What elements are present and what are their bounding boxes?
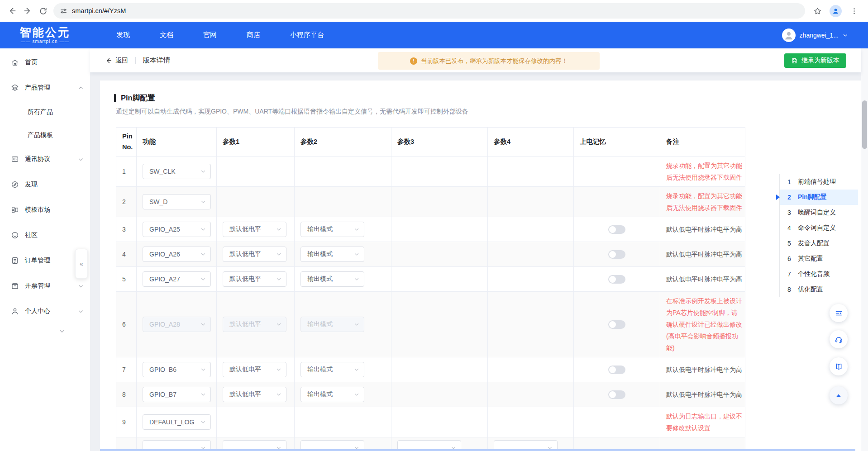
- dropdown-select[interactable]: DEFAULT_LOG: [143, 414, 211, 430]
- bookmark-star-button[interactable]: [810, 3, 825, 19]
- vertical-scrollbar-thumb[interactable]: [862, 100, 867, 149]
- book-icon: [835, 362, 843, 371]
- dropdown-select[interactable]: SW_CLK: [143, 164, 211, 179]
- power-memory-toggle[interactable]: [608, 250, 625, 259]
- dropdown-select[interactable]: 默认低电平: [223, 387, 286, 402]
- back-to-top-button[interactable]: [830, 386, 848, 404]
- dropdown-select[interactable]: GPIO_A26: [143, 247, 211, 262]
- pin-number: 8: [122, 391, 126, 398]
- dropdown-select[interactable]: GPIO_A28: [143, 317, 211, 332]
- remark-text: 在标准示例开发板上被设计为PA芯片使能控制脚，请确认硬件设计已经做出修改(高电平…: [666, 295, 743, 354]
- chevron-down-icon: [276, 392, 281, 397]
- outline-list-button[interactable]: [830, 304, 848, 322]
- dropdown-select[interactable]: 输出模式: [300, 222, 364, 237]
- user-menu[interactable]: zhangwei_1...: [782, 28, 848, 42]
- sidebar-collapse-button[interactable]: «: [75, 249, 88, 279]
- dropdown-select[interactable]: 输出模式: [300, 317, 364, 332]
- table-row: 1 SW_CLK 烧录功能，配置为其它功能后无法使用烧录器下载固件: [116, 157, 745, 187]
- page-title: 版本详情: [143, 56, 170, 65]
- section-description: 通过定制可以自动生成代码，实现GPIO、PWM、UART等端口根据语音指令输出自…: [116, 108, 468, 116]
- headset-button[interactable]: [830, 330, 848, 348]
- chevron-down-icon: [200, 367, 206, 372]
- sidebar-item-market[interactable]: 模板市场: [0, 197, 90, 223]
- warning-text: 当前版本已发布，继承为新版本才能保存修改的内容！: [421, 57, 568, 65]
- heading-bar: [114, 94, 116, 102]
- power-memory-toggle[interactable]: [608, 366, 625, 374]
- sidebar-scroll-down-icon[interactable]: [59, 328, 65, 334]
- back-label: 返回: [115, 57, 128, 65]
- topnav-link[interactable]: 官网: [203, 31, 217, 39]
- dropdown-select[interactable]: 输出模式: [300, 271, 364, 287]
- back-button[interactable]: 返回: [105, 57, 128, 65]
- power-memory-toggle[interactable]: [608, 390, 625, 399]
- dropdown-select[interactable]: 输出模式: [300, 387, 364, 402]
- logo-subtitle: —— smartpi.cn ——: [0, 39, 90, 44]
- sidebar-item-home[interactable]: 首页: [0, 50, 90, 75]
- anchor-item[interactable]: 4 命令词自定义: [780, 220, 858, 236]
- sidebar-item-sub[interactable]: 所有产品: [0, 100, 90, 123]
- dropdown-select[interactable]: SW_D: [143, 194, 211, 209]
- anchor-item[interactable]: 6 其它配置: [780, 251, 858, 266]
- dropdown-select[interactable]: 默认低电平: [223, 271, 286, 287]
- chevron-down-icon: [354, 252, 359, 257]
- pin-number: 9: [122, 418, 126, 426]
- sidebar-item-layers[interactable]: 产品管理: [0, 75, 90, 100]
- dropdown-select[interactable]: GPIO_A27: [143, 271, 211, 287]
- page-header: 返回 版本详情 ! 当前版本已发布，继承为新版本才能保存修改的内容！ 继承为新版…: [90, 48, 861, 72]
- pin-config-table: Pin No.功能参数1参数2参数3参数4上电记忆备注 1 SW_CLK 烧录功…: [116, 127, 745, 451]
- sidebar-item-protocol[interactable]: 通讯协议: [0, 147, 90, 172]
- browser-forward-button[interactable]: [20, 3, 35, 19]
- browser-profile-button[interactable]: [830, 5, 842, 17]
- topnav-link[interactable]: 商店: [247, 31, 260, 39]
- chevron-down-icon: [200, 252, 206, 257]
- dropdown-select[interactable]: GPIO_B7: [143, 387, 211, 402]
- content-card: Pin脚配置 通过定制可以自动生成代码，实现GPIO、PWM、UART等端口根据…: [100, 81, 861, 451]
- power-memory-toggle[interactable]: [608, 225, 625, 234]
- sidebar-item-community[interactable]: 社区: [0, 223, 90, 248]
- sidebar-item-compass[interactable]: 发现: [0, 172, 90, 197]
- dropdown-select[interactable]: GPIO_A25: [143, 222, 211, 237]
- dropdown-select[interactable]: GPIO_B6: [143, 362, 211, 377]
- dropdown-select[interactable]: 默认低电平: [223, 317, 286, 332]
- dropdown-select[interactable]: 输出模式: [300, 362, 364, 377]
- url-text: smartpi.cn/#/YzsM: [72, 7, 126, 14]
- anchor-item[interactable]: 8 优化配置: [780, 282, 858, 297]
- table-row: 7 GPIO_B6 默认低电平 输出模式 默认低电平时脉冲电平为高: [116, 357, 745, 382]
- power-memory-toggle[interactable]: [608, 275, 625, 284]
- header-divider: [135, 57, 136, 64]
- topnav-link[interactable]: 小程序平台: [290, 31, 324, 39]
- browser-menu-button[interactable]: [846, 3, 862, 19]
- collapse-glyph: «: [80, 260, 83, 267]
- anchor-item[interactable]: 3 唤醒词自定义: [780, 205, 858, 220]
- book-button[interactable]: [830, 357, 848, 375]
- home-icon: [11, 58, 19, 66]
- headset-icon: [835, 335, 843, 344]
- power-memory-toggle[interactable]: [608, 320, 625, 329]
- dropdown-select[interactable]: 默认低电平: [223, 247, 286, 262]
- browser-back-button[interactable]: [5, 3, 20, 19]
- address-bar[interactable]: smartpi.cn/#/YzsM: [53, 3, 805, 19]
- anchor-item[interactable]: 7 个性化音频: [780, 266, 858, 282]
- anchor-nav: 1 前端信号处理 2 Pin脚配置 3 唤醒词自定义 4 命令词自定义 5 发音…: [779, 174, 858, 297]
- topnav-link[interactable]: 发现: [116, 31, 130, 39]
- pin-number: 4: [122, 251, 126, 258]
- browser-reload-button[interactable]: [35, 3, 51, 19]
- logo[interactable]: 智能公元 —— smartpi.cn ——: [0, 27, 90, 44]
- inherit-new-version-button[interactable]: 继承为新版本: [784, 53, 846, 68]
- chevron-down-icon: [200, 169, 206, 174]
- anchor-item[interactable]: 5 发音人配置: [780, 236, 858, 251]
- topnav-link[interactable]: 文档: [160, 31, 173, 39]
- dropdown-select[interactable]: 输出模式: [300, 247, 364, 262]
- anchor-item[interactable]: 2 Pin脚配置: [780, 190, 858, 205]
- column-header: 参数4: [488, 128, 574, 157]
- sidebar-item-user[interactable]: 个人中心: [0, 299, 90, 324]
- anchor-item[interactable]: 1 前端信号处理: [780, 174, 858, 190]
- sidebar-item-sub[interactable]: 产品模板: [0, 123, 90, 147]
- remark-text: 烧录功能，配置为其它功能后无法使用烧录器下载固件: [666, 160, 743, 183]
- table-header-row: Pin No.功能参数1参数2参数3参数4上电记忆备注: [116, 128, 745, 157]
- chevron-down-icon: [354, 367, 359, 372]
- dropdown-select[interactable]: 默认低电平: [223, 362, 286, 377]
- dropdown-select[interactable]: 默认低电平: [223, 222, 286, 237]
- vertical-scrollbar-track[interactable]: [861, 48, 868, 451]
- horizontal-scrollbar[interactable]: [100, 449, 855, 451]
